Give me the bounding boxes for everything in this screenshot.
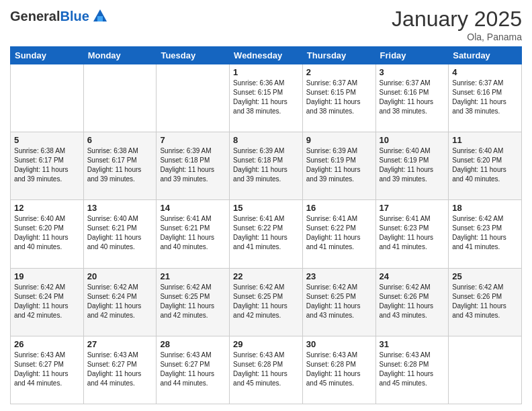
day-number: 6: [87, 135, 153, 145]
day-info: Sunrise: 6:43 AM Sunset: 6:27 PM Dayligh…: [14, 351, 80, 388]
day-number: 1: [233, 67, 299, 77]
calendar-cell: 11Sunrise: 6:40 AM Sunset: 6:20 PM Dayli…: [449, 132, 522, 200]
calendar-cell: 14Sunrise: 6:41 AM Sunset: 6:21 PM Dayli…: [157, 200, 230, 268]
day-number: 25: [452, 271, 518, 281]
calendar-cell: 30Sunrise: 6:43 AM Sunset: 6:28 PM Dayli…: [302, 336, 375, 404]
day-number: 9: [306, 135, 372, 145]
calendar-cell: 27Sunrise: 6:43 AM Sunset: 6:27 PM Dayli…: [83, 336, 157, 404]
calendar-day-header: Monday: [83, 47, 157, 64]
page: GeneralBlue January 2025 Ola, Panama Sun…: [0, 0, 532, 411]
day-number: 13: [87, 203, 153, 213]
day-number: 18: [452, 203, 518, 213]
calendar-cell: 20Sunrise: 6:42 AM Sunset: 6:24 PM Dayli…: [83, 268, 157, 336]
day-info: Sunrise: 6:42 AM Sunset: 6:26 PM Dayligh…: [380, 283, 445, 320]
day-info: Sunrise: 6:37 AM Sunset: 6:15 PM Dayligh…: [306, 79, 372, 116]
calendar-cell: 15Sunrise: 6:41 AM Sunset: 6:22 PM Dayli…: [230, 200, 303, 268]
calendar-cell: 17Sunrise: 6:41 AM Sunset: 6:23 PM Dayli…: [375, 200, 449, 268]
calendar-week-row: 12Sunrise: 6:40 AM Sunset: 6:20 PM Dayli…: [11, 200, 522, 268]
calendar-week-row: 19Sunrise: 6:42 AM Sunset: 6:24 PM Dayli…: [11, 268, 522, 336]
calendar-cell: 16Sunrise: 6:41 AM Sunset: 6:22 PM Dayli…: [302, 200, 375, 268]
calendar-cell: 12Sunrise: 6:40 AM Sunset: 6:20 PM Dayli…: [11, 200, 84, 268]
calendar-cell: [83, 64, 157, 132]
day-info: Sunrise: 6:38 AM Sunset: 6:17 PM Dayligh…: [14, 146, 80, 184]
day-info: Sunrise: 6:38 AM Sunset: 6:17 PM Dayligh…: [87, 146, 153, 184]
day-info: Sunrise: 6:39 AM Sunset: 6:19 PM Dayligh…: [306, 146, 372, 184]
header: GeneralBlue January 2025 Ola, Panama: [10, 7, 522, 42]
day-number: 21: [160, 271, 226, 281]
day-number: 7: [160, 135, 226, 145]
day-info: Sunrise: 6:40 AM Sunset: 6:20 PM Dayligh…: [14, 214, 80, 252]
logo-icon: [91, 7, 109, 26]
day-number: 20: [87, 271, 153, 281]
day-number: 15: [233, 203, 299, 213]
day-number: 24: [380, 271, 445, 281]
calendar-cell: 2Sunrise: 6:37 AM Sunset: 6:15 PM Daylig…: [302, 64, 375, 132]
day-number: 11: [452, 135, 518, 145]
day-number: 3: [380, 67, 445, 77]
calendar-week-row: 1Sunrise: 6:36 AM Sunset: 6:15 PM Daylig…: [11, 64, 522, 132]
calendar-cell: 24Sunrise: 6:42 AM Sunset: 6:26 PM Dayli…: [375, 268, 449, 336]
calendar-week-row: 26Sunrise: 6:43 AM Sunset: 6:27 PM Dayli…: [11, 336, 522, 404]
calendar-cell: 9Sunrise: 6:39 AM Sunset: 6:19 PM Daylig…: [302, 132, 375, 200]
calendar-day-header: Tuesday: [157, 47, 230, 64]
calendar-cell: 4Sunrise: 6:37 AM Sunset: 6:16 PM Daylig…: [449, 64, 522, 132]
calendar-cell: 23Sunrise: 6:42 AM Sunset: 6:25 PM Dayli…: [302, 268, 375, 336]
calendar-cell: 10Sunrise: 6:40 AM Sunset: 6:19 PM Dayli…: [375, 132, 449, 200]
day-number: 10: [380, 135, 445, 145]
calendar-cell: [157, 64, 230, 132]
calendar-cell: 18Sunrise: 6:42 AM Sunset: 6:23 PM Dayli…: [449, 200, 522, 268]
calendar-day-header: Wednesday: [230, 47, 303, 64]
calendar-cell: 26Sunrise: 6:43 AM Sunset: 6:27 PM Dayli…: [11, 336, 84, 404]
day-number: 12: [14, 203, 80, 213]
day-number: 30: [306, 339, 372, 349]
day-info: Sunrise: 6:41 AM Sunset: 6:23 PM Dayligh…: [380, 214, 445, 252]
day-number: 28: [160, 339, 226, 349]
day-number: 26: [14, 339, 80, 349]
calendar-cell: 1Sunrise: 6:36 AM Sunset: 6:15 PM Daylig…: [230, 64, 303, 132]
day-number: 5: [14, 135, 80, 145]
day-info: Sunrise: 6:42 AM Sunset: 6:25 PM Dayligh…: [306, 283, 372, 320]
logo-blue-text: Blue: [60, 9, 89, 24]
calendar-cell: 22Sunrise: 6:42 AM Sunset: 6:25 PM Dayli…: [230, 268, 303, 336]
day-number: 14: [160, 203, 226, 213]
day-info: Sunrise: 6:43 AM Sunset: 6:28 PM Dayligh…: [233, 351, 299, 388]
day-number: 23: [306, 271, 372, 281]
calendar-cell: 6Sunrise: 6:38 AM Sunset: 6:17 PM Daylig…: [83, 132, 157, 200]
day-info: Sunrise: 6:43 AM Sunset: 6:28 PM Dayligh…: [380, 351, 445, 388]
calendar-header-row: SundayMondayTuesdayWednesdayThursdayFrid…: [11, 47, 522, 64]
day-number: 4: [452, 67, 518, 77]
calendar-cell: 8Sunrise: 6:39 AM Sunset: 6:18 PM Daylig…: [230, 132, 303, 200]
calendar-cell: 7Sunrise: 6:39 AM Sunset: 6:18 PM Daylig…: [157, 132, 230, 200]
calendar-cell: 29Sunrise: 6:43 AM Sunset: 6:28 PM Dayli…: [230, 336, 303, 404]
location: Ola, Panama: [392, 32, 522, 42]
day-number: 17: [380, 203, 445, 213]
day-info: Sunrise: 6:37 AM Sunset: 6:16 PM Dayligh…: [452, 79, 518, 116]
calendar-cell: 19Sunrise: 6:42 AM Sunset: 6:24 PM Dayli…: [11, 268, 84, 336]
day-number: 22: [233, 271, 299, 281]
logo: GeneralBlue: [10, 7, 109, 26]
calendar-cell: 13Sunrise: 6:40 AM Sunset: 6:21 PM Dayli…: [83, 200, 157, 268]
day-info: Sunrise: 6:40 AM Sunset: 6:21 PM Dayligh…: [87, 214, 153, 252]
day-info: Sunrise: 6:39 AM Sunset: 6:18 PM Dayligh…: [233, 146, 299, 184]
day-info: Sunrise: 6:41 AM Sunset: 6:21 PM Dayligh…: [160, 214, 226, 252]
calendar-cell: [449, 336, 522, 404]
day-info: Sunrise: 6:42 AM Sunset: 6:24 PM Dayligh…: [14, 283, 80, 320]
day-info: Sunrise: 6:39 AM Sunset: 6:18 PM Dayligh…: [160, 146, 226, 184]
calendar-cell: 5Sunrise: 6:38 AM Sunset: 6:17 PM Daylig…: [11, 132, 84, 200]
day-info: Sunrise: 6:42 AM Sunset: 6:25 PM Dayligh…: [160, 283, 226, 320]
day-info: Sunrise: 6:43 AM Sunset: 6:27 PM Dayligh…: [160, 351, 226, 388]
day-info: Sunrise: 6:41 AM Sunset: 6:22 PM Dayligh…: [306, 214, 372, 252]
day-info: Sunrise: 6:42 AM Sunset: 6:23 PM Dayligh…: [452, 214, 518, 252]
day-info: Sunrise: 6:41 AM Sunset: 6:22 PM Dayligh…: [233, 214, 299, 252]
day-info: Sunrise: 6:42 AM Sunset: 6:26 PM Dayligh…: [452, 283, 518, 320]
calendar-day-header: Friday: [375, 47, 449, 64]
calendar-cell: 3Sunrise: 6:37 AM Sunset: 6:16 PM Daylig…: [375, 64, 449, 132]
day-info: Sunrise: 6:42 AM Sunset: 6:24 PM Dayligh…: [87, 283, 153, 320]
month-title: January 2025: [392, 7, 522, 32]
day-number: 19: [14, 271, 80, 281]
calendar-day-header: Thursday: [302, 47, 375, 64]
logo-general-text: General: [10, 9, 60, 24]
day-info: Sunrise: 6:43 AM Sunset: 6:27 PM Dayligh…: [87, 351, 153, 388]
day-info: Sunrise: 6:42 AM Sunset: 6:25 PM Dayligh…: [233, 283, 299, 320]
day-info: Sunrise: 6:40 AM Sunset: 6:20 PM Dayligh…: [452, 146, 518, 184]
